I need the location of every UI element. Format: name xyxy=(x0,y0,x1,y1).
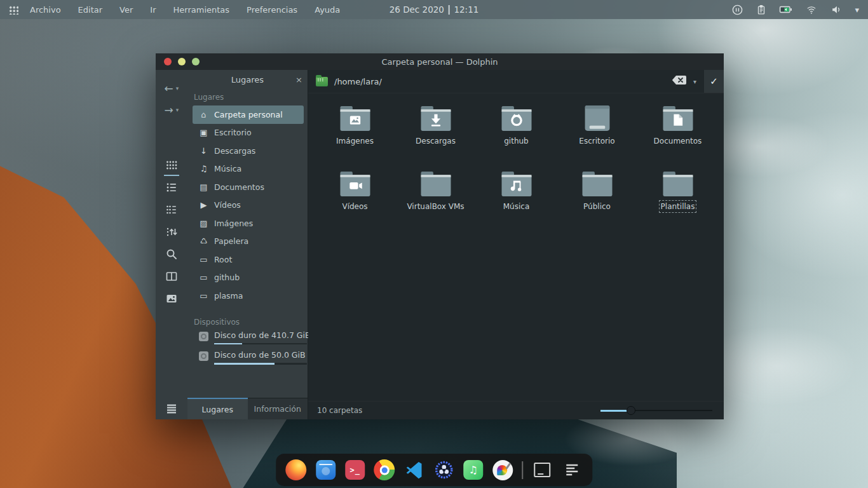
clipboard-icon[interactable] xyxy=(756,4,767,16)
menu-preferencias[interactable]: Preferencias xyxy=(247,5,297,15)
date-label: 26 Dec 2020 xyxy=(390,4,444,15)
device-disk-2[interactable]: Disco duro de 50.0 GiB xyxy=(187,350,308,365)
compact-view-button[interactable] xyxy=(165,198,178,220)
confirm-check-button[interactable]: ✓ xyxy=(704,70,724,93)
place-imagenes[interactable]: ▨ Imágenes xyxy=(193,214,304,233)
place-label: Carpeta personal xyxy=(214,110,283,119)
close-button[interactable] xyxy=(164,58,172,65)
devices-section: Dispositivos Disco duro de 410.7 GiB xyxy=(187,314,308,370)
menu-ver[interactable]: Ver xyxy=(119,5,133,15)
place-descargas[interactable]: ↓ Descargas xyxy=(193,142,304,160)
split-view-button[interactable] xyxy=(165,265,178,287)
sort-button[interactable] xyxy=(165,220,178,243)
maximize-button[interactable] xyxy=(192,58,200,65)
folder-item-publico[interactable]: Público xyxy=(557,165,637,231)
folder-download-icon xyxy=(417,104,454,133)
tab-informacion[interactable]: Información xyxy=(248,398,308,419)
media-pause-icon[interactable] xyxy=(731,4,743,16)
places-panel-header[interactable]: Lugares × xyxy=(187,70,308,89)
device-disk-1[interactable]: Disco duro de 410.7 GiB xyxy=(187,330,308,345)
folder-view[interactable]: Imágenes Descargas xyxy=(308,93,724,401)
search-icon[interactable] xyxy=(165,243,178,265)
forward-icon: → xyxy=(165,104,173,116)
folder-label: Imágenes xyxy=(336,137,374,146)
minimize-button[interactable] xyxy=(178,58,186,65)
icons-view-button[interactable] xyxy=(165,154,178,176)
menu-editar[interactable]: Editar xyxy=(78,5,103,15)
place-papelera[interactable]: ♺ Papelera xyxy=(193,233,304,251)
folder-label: Descargas xyxy=(416,137,456,146)
folder-item-imagenes[interactable]: Imágenes xyxy=(315,100,395,165)
folder-item-musica[interactable]: Música xyxy=(476,165,557,231)
place-musica[interactable]: ♫ Música xyxy=(193,160,304,179)
home-icon: ⌂ xyxy=(199,110,208,119)
path-dropdown-icon[interactable]: ▾ xyxy=(693,78,696,85)
place-escritorio[interactable]: ▣ Escritorio xyxy=(193,124,304,142)
menu-herramientas[interactable]: Herramientas xyxy=(173,5,230,15)
list-view-button[interactable] xyxy=(165,176,178,198)
folder-github-icon xyxy=(498,104,535,133)
chevron-down-icon[interactable]: ▾ xyxy=(855,5,859,15)
hard-drive-icon xyxy=(199,351,208,361)
preview-button[interactable] xyxy=(165,287,178,309)
zoom-slider-handle[interactable] xyxy=(627,406,635,415)
chrome-icon[interactable] xyxy=(374,459,395,480)
place-label: plasma xyxy=(214,291,243,301)
folder-icon: ▭ xyxy=(199,255,208,264)
menu-ir[interactable]: Ir xyxy=(150,5,156,15)
place-root[interactable]: ▭ Root xyxy=(193,250,304,269)
dock: >_ ♫ xyxy=(276,454,592,486)
menu-ayuda[interactable]: Ayuda xyxy=(315,5,340,15)
app-launcher-icon[interactable] xyxy=(9,5,18,15)
zoom-slider[interactable] xyxy=(600,405,712,416)
menu-archivo[interactable]: Archivo xyxy=(30,5,61,15)
folder-item-github[interactable]: github xyxy=(476,100,557,165)
path-text[interactable]: /home/lara/ xyxy=(334,77,382,86)
forward-button[interactable]: → ▾ xyxy=(165,99,179,121)
forward-caret-icon[interactable]: ▾ xyxy=(176,107,179,113)
folder-item-virtualbox[interactable]: VirtualBox VMs xyxy=(395,165,476,231)
back-button[interactable]: ← ▾ xyxy=(165,78,179,99)
hamburger-menu-button[interactable] xyxy=(165,397,178,419)
back-icon: ← xyxy=(165,82,173,95)
clock-separator xyxy=(449,5,450,15)
place-label: Música xyxy=(214,164,241,173)
battery-icon[interactable] xyxy=(779,4,793,15)
place-carpeta-personal[interactable]: ⌂ Carpeta personal xyxy=(193,105,304,124)
volume-icon[interactable] xyxy=(830,4,843,15)
menu-items: Archivo Editar Ver Ir Herramientas Prefe… xyxy=(30,5,340,15)
clear-backspace-icon[interactable] xyxy=(672,75,687,88)
location-bar[interactable]: /home/lara/ ▾ ✓ xyxy=(308,70,724,93)
folder-item-videos[interactable]: Vídeos xyxy=(315,165,395,231)
folder-item-documentos[interactable]: Documentos xyxy=(637,100,718,165)
clock[interactable]: 26 Dec 2020 12:11 xyxy=(390,0,479,19)
folder-video-icon xyxy=(337,169,374,199)
folder-item-escritorio[interactable]: Escritorio xyxy=(557,100,637,165)
task-list-icon[interactable] xyxy=(562,459,583,480)
tab-lugares[interactable]: Lugares xyxy=(187,398,248,419)
folder-icon xyxy=(579,169,616,199)
system-settings-icon[interactable] xyxy=(433,459,454,480)
status-bar: 10 carpetas xyxy=(308,401,724,419)
place-documentos[interactable]: ▤ Documentos xyxy=(193,178,304,196)
folder-icon: ▭ xyxy=(199,273,208,282)
music-app-icon[interactable]: ♫ xyxy=(463,460,483,480)
folder-item-descargas[interactable]: Descargas xyxy=(395,100,476,165)
app-store-icon[interactable] xyxy=(315,459,336,480)
place-videos[interactable]: ▶ Vídeos xyxy=(193,196,304,215)
place-label: Root xyxy=(214,255,232,264)
place-label: Vídeos xyxy=(214,200,241,210)
paint-app-icon[interactable] xyxy=(492,459,513,480)
window-titlebar[interactable]: Carpeta personal — Dolphin xyxy=(156,53,724,70)
firefox-icon[interactable] xyxy=(285,459,306,480)
time-label: 12:11 xyxy=(454,4,478,15)
back-caret-icon[interactable]: ▾ xyxy=(176,85,179,92)
folder-item-plantillas[interactable]: Plantillas xyxy=(637,165,718,231)
terminal-icon[interactable]: >_ xyxy=(345,460,365,480)
place-github[interactable]: ▭ github xyxy=(193,269,304,287)
wifi-icon[interactable] xyxy=(805,4,818,15)
close-panel-icon[interactable]: × xyxy=(295,75,302,85)
place-plasma[interactable]: ▭ plasma xyxy=(193,287,304,305)
show-windows-icon[interactable] xyxy=(532,459,553,480)
vscode-icon[interactable] xyxy=(403,459,424,480)
